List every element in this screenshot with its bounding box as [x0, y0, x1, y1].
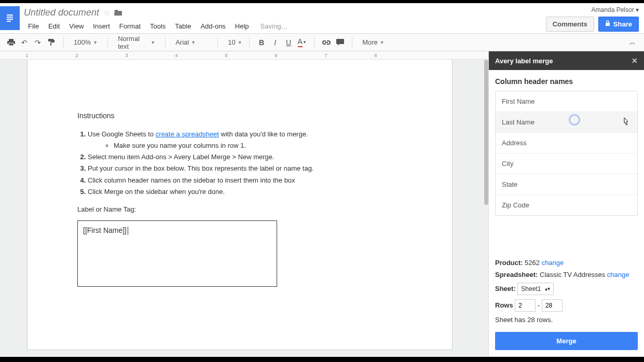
svg-rect-2 — [7, 17, 13, 18]
text-color-icon[interactable]: A ▼ — [295, 36, 309, 49]
create-spreadsheet-link[interactable]: create a spreadsheet — [156, 130, 219, 138]
rows-from-input[interactable] — [515, 299, 536, 312]
horizontal-ruler[interactable]: 1 2 3 4 5 6 7 8 — [0, 51, 488, 60]
close-icon[interactable]: ✕ — [632, 57, 638, 65]
list-sub-item: Make sure you name your columns in row 1… — [114, 141, 402, 151]
rows-to-input[interactable] — [542, 299, 563, 312]
chevron-updown-icon: ▴▾ — [545, 287, 550, 291]
addon-sidebar: Avery label merge ✕ Column header names … — [488, 51, 644, 356]
sheet-select[interactable]: Sheet1 ▴▾ — [517, 283, 554, 295]
column-item-last-name[interactable]: Last Name — [496, 112, 637, 133]
vertical-scrollbar[interactable] — [484, 60, 488, 205]
rows-info: Sheet has 28 rows. — [495, 316, 638, 324]
font-dropdown[interactable]: Arial▼ — [171, 36, 212, 49]
document-title[interactable]: Untitled document — [24, 7, 99, 18]
svg-rect-3 — [7, 19, 13, 20]
instructions-heading: Instructions — [77, 112, 402, 120]
toolbar-more-dropdown[interactable]: More ▼ — [358, 36, 389, 49]
toolbar: ↶ ↷ 100%▼ Normal text▼ Arial▼ 10▼ B I U … — [0, 34, 644, 51]
insert-link-icon[interactable] — [320, 36, 333, 49]
menu-addons[interactable]: Add-ons — [200, 22, 225, 30]
share-button[interactable]: Share — [598, 17, 639, 32]
menu-edit[interactable]: Edit — [48, 22, 60, 30]
redo-icon[interactable]: ↷ — [31, 36, 45, 49]
column-list: First Name Last Name Address City State … — [495, 91, 638, 216]
bold-icon[interactable]: B — [255, 36, 268, 49]
spreadsheet-value: Classic TV Addresses — [540, 271, 605, 279]
spreadsheet-label: Spreadsheet: — [495, 271, 538, 279]
insert-comment-icon[interactable] — [333, 36, 347, 49]
svg-rect-1 — [7, 15, 13, 16]
svg-rect-5 — [606, 23, 610, 26]
click-highlight-icon — [569, 114, 580, 126]
app-header: Untitled document ☆ File Edit View Inser… — [0, 3, 644, 34]
svg-rect-4 — [7, 21, 11, 22]
merge-button[interactable]: Merge — [495, 332, 638, 350]
svg-rect-8 — [9, 43, 13, 46]
account-area: Amanda Pelsor ▾ Comments Share — [546, 6, 639, 32]
list-item: Select menu item Add-ons > Avery Label M… — [88, 152, 402, 162]
column-item-state[interactable]: State — [496, 174, 637, 195]
docs-logo-icon[interactable] — [0, 6, 20, 30]
change-product-link[interactable]: change — [542, 259, 564, 267]
list-item: Click Merge on the sidebar when you're d… — [88, 187, 402, 197]
instructions-list: Use Google Sheets to create a spreadshee… — [77, 129, 402, 197]
menu-view[interactable]: View — [69, 22, 84, 30]
list-item: Put your cursor in the box below. This b… — [88, 163, 402, 174]
menu-tools[interactable]: Tools — [150, 22, 166, 30]
sheet-label: Sheet: — [495, 285, 516, 293]
sidebar-footer: Product: 5262 change Spreadsheet: Classi… — [489, 254, 644, 356]
print-icon[interactable] — [4, 36, 18, 49]
label-box[interactable]: [[First Name]] — [77, 220, 277, 287]
underline-icon[interactable]: U — [282, 36, 295, 49]
mouse-pointer-icon — [622, 117, 630, 130]
lock-icon — [605, 20, 610, 28]
undo-icon[interactable]: ↶ — [18, 36, 31, 49]
svg-rect-10 — [336, 39, 344, 44]
column-item-address[interactable]: Address — [496, 133, 637, 154]
menu-format[interactable]: Format — [119, 22, 141, 30]
sidebar-body: Column header names First Name Last Name… — [489, 70, 644, 254]
text-cursor-icon — [128, 227, 128, 235]
zoom-dropdown[interactable]: 100%▼ — [69, 36, 102, 49]
list-item: Use Google Sheets to create a spreadshee… — [88, 129, 402, 151]
menu-table[interactable]: Table — [175, 22, 191, 30]
collapse-toolbar-icon[interactable]: ︽ — [629, 38, 636, 47]
menu-insert[interactable]: Insert — [93, 22, 110, 30]
rows-label: Rows — [495, 301, 513, 309]
list-item: Click column header names on the sidebar… — [88, 175, 402, 186]
comments-button[interactable]: Comments — [546, 17, 594, 32]
account-name[interactable]: Amanda Pelsor ▾ — [592, 6, 639, 13]
italic-icon[interactable]: I — [268, 36, 282, 49]
column-item-first-name[interactable]: First Name — [496, 91, 637, 112]
menu-help[interactable]: Help — [235, 22, 249, 30]
menu-file[interactable]: File — [28, 22, 39, 30]
sidebar-title: Avery label merge — [495, 57, 553, 65]
svg-rect-0 — [5, 12, 15, 24]
workspace: 1 2 3 4 5 6 7 8 Instructions Use Google … — [0, 51, 644, 356]
star-icon[interactable]: ☆ — [103, 8, 110, 18]
column-item-city[interactable]: City — [496, 154, 637, 174]
column-item-zip[interactable]: Zip Code — [496, 195, 637, 215]
product-value: 5262 — [525, 259, 540, 267]
change-spreadsheet-link[interactable]: change — [607, 271, 629, 279]
document-page[interactable]: Instructions Use Google Sheets to create… — [27, 60, 453, 350]
paragraph-style-dropdown[interactable]: Normal text▼ — [113, 36, 160, 49]
column-headers-title: Column header names — [495, 77, 638, 86]
label-prompt: Label or Name Tag: — [77, 205, 402, 213]
paint-format-icon[interactable] — [45, 36, 58, 49]
save-status: Saving… — [261, 22, 288, 30]
svg-rect-6 — [9, 39, 13, 41]
sidebar-header: Avery label merge ✕ — [489, 51, 644, 70]
rows-dash: - — [538, 301, 540, 309]
folder-icon[interactable] — [114, 8, 122, 18]
product-label: Product: — [495, 259, 523, 267]
document-area: 1 2 3 4 5 6 7 8 Instructions Use Google … — [0, 51, 488, 356]
window-bottom-border — [0, 357, 644, 362]
font-size-dropdown[interactable]: 10▼ — [223, 36, 244, 49]
